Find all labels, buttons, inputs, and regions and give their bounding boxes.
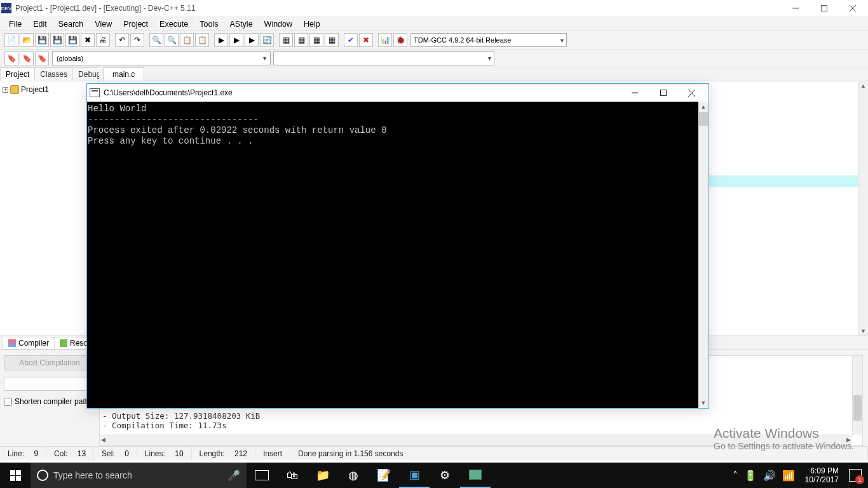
taskbar-settings-icon[interactable]: ⚙ <box>430 463 460 488</box>
scroll-down-icon[interactable]: ▼ <box>698 398 709 408</box>
menu-execute[interactable]: Execute <box>154 18 193 30</box>
taskbar-chrome-icon[interactable]: ◍ <box>338 463 369 488</box>
grid2-icon[interactable]: ▦ <box>294 33 308 47</box>
microphone-icon[interactable]: 🎤 <box>227 470 240 482</box>
toolbar-secondary: 🔖 🔖 🔖 (globals) ▾ ▾ <box>0 50 868 67</box>
taskbar-notes-icon[interactable]: 📝 <box>369 463 399 488</box>
tray-volume-icon[interactable]: 🔊 <box>763 470 776 482</box>
console-scrollbar[interactable]: ▲ ▼ <box>698 102 709 408</box>
project-panel: Project Classes Debug + Project1 <box>0 67 99 336</box>
scroll-up-icon[interactable]: ▲ <box>698 102 709 112</box>
notification-badge: 1 <box>855 475 864 484</box>
rebuild-icon[interactable]: 🔄 <box>260 33 274 47</box>
maximize-button[interactable] <box>810 1 838 15</box>
tray-clock[interactable]: 6:09 PM 10/7/2017 <box>801 466 843 484</box>
check-icon[interactable]: ✔ <box>344 33 358 47</box>
console-maximize-button[interactable] <box>649 85 677 101</box>
minimize-button[interactable] <box>781 1 810 15</box>
file-tab-main[interactable]: main.c <box>103 67 144 81</box>
project-tree[interactable]: + Project1 <box>0 81 98 336</box>
console-body[interactable]: Hello World ----------------------------… <box>87 102 709 408</box>
tray-chevron-icon[interactable]: ˄ <box>733 470 738 482</box>
grid1-icon[interactable]: ▦ <box>279 33 293 47</box>
svg-rect-1 <box>821 6 827 11</box>
tree-root[interactable]: + Project1 <box>3 84 96 95</box>
taskbar-console-icon[interactable] <box>460 463 491 488</box>
scope-selector-value: (globals) <box>57 55 83 62</box>
expand-icon[interactable]: + <box>3 87 8 93</box>
taskbar-search[interactable]: Type here to search 🎤 <box>31 463 247 488</box>
redo-icon[interactable]: ↷ <box>130 33 144 47</box>
taskbar-devcpp-icon[interactable]: ▣ <box>399 463 430 488</box>
tab-project[interactable]: Project <box>0 67 35 81</box>
menu-search[interactable]: Search <box>53 18 89 30</box>
menu-view[interactable]: View <box>90 18 117 30</box>
menu-window[interactable]: Window <box>259 18 297 30</box>
menu-astyle[interactable]: AStyle <box>224 18 257 30</box>
member-selector[interactable]: ▾ <box>273 51 494 65</box>
taskbar-store-icon[interactable]: 🛍 <box>277 463 308 488</box>
tray-battery-icon[interactable]: 🔋 <box>744 470 757 482</box>
bookmark-goto-icon[interactable]: 🔖 <box>20 51 34 65</box>
console-titlebar[interactable]: C:\Users\dell\Documents\Project1.exe <box>87 84 709 102</box>
menu-edit[interactable]: Edit <box>28 18 52 30</box>
compile-icon[interactable]: ▶ <box>214 33 228 47</box>
console-close-button[interactable] <box>677 85 706 101</box>
menu-help[interactable]: Help <box>299 18 325 30</box>
left-tabs: Project Classes Debug <box>0 67 98 81</box>
goto-icon[interactable]: 📋 <box>195 33 209 47</box>
undo-icon[interactable]: ↶ <box>115 33 129 47</box>
scope-selector[interactable]: (globals) ▾ <box>52 51 271 65</box>
menu-project[interactable]: Project <box>118 18 153 30</box>
run-icon[interactable]: ▶ <box>229 33 243 47</box>
find-in-files-icon[interactable]: 📋 <box>180 33 194 47</box>
taskbar-explorer-icon[interactable]: 📁 <box>308 463 338 488</box>
save-all-icon[interactable]: 💾 <box>50 33 64 47</box>
log-scrollbar-vertical[interactable] <box>852 356 862 435</box>
replace-icon[interactable]: 🔍 <box>165 33 179 47</box>
editor-scrollbar-vertical[interactable] <box>858 81 868 336</box>
action-center-icon[interactable]: 1 <box>849 469 862 482</box>
menubar: File Edit Search View Project Execute To… <box>0 17 868 30</box>
tree-root-label: Project1 <box>21 85 49 94</box>
find-icon[interactable]: 🔍 <box>149 33 163 47</box>
abort-compilation-button[interactable]: Abort Compilation <box>4 355 95 370</box>
status-length: Length: 212 <box>192 447 255 460</box>
status-sel: Sel: 0 <box>94 447 137 460</box>
console-window[interactable]: C:\Users\dell\Documents\Project1.exe Hel… <box>86 83 709 409</box>
bookmark-add-icon[interactable]: 🔖 <box>4 51 18 65</box>
save-icon[interactable]: 💾 <box>35 33 49 47</box>
bottom-tab-compiler[interactable]: Compiler <box>3 337 55 349</box>
window-title: Project1 - [Project1.dev] - [Executing] … <box>15 4 781 13</box>
scroll-thumb[interactable] <box>699 112 708 126</box>
tray-wifi-icon[interactable]: 📶 <box>782 470 795 482</box>
debug-icon[interactable]: 🐞 <box>393 33 407 47</box>
shorten-paths-input[interactable] <box>4 398 12 406</box>
chevron-down-icon: ▾ <box>263 55 266 62</box>
save-as-icon[interactable]: 💾 <box>65 33 79 47</box>
shorten-paths-checkbox[interactable]: Shorten compiler path <box>4 397 95 406</box>
profile-icon[interactable]: 📊 <box>378 33 392 47</box>
grid4-icon[interactable]: ▦ <box>325 33 339 47</box>
project-icon <box>10 85 19 94</box>
start-button[interactable] <box>0 463 31 488</box>
open-icon[interactable]: 📂 <box>20 33 34 47</box>
compile-run-icon[interactable]: ▶ <box>245 33 259 47</box>
console-minimize-button[interactable] <box>620 85 649 101</box>
cancel-icon[interactable]: ✖ <box>359 33 373 47</box>
close-button[interactable] <box>838 1 867 15</box>
status-col: Col: 13 <box>46 447 94 460</box>
close-file-icon[interactable]: ✖ <box>81 33 95 47</box>
tab-classes[interactable]: Classes <box>34 67 73 81</box>
taskbar: Type here to search 🎤 🛍 📁 ◍ 📝 ▣ ⚙ ˄ 🔋 🔊 … <box>0 463 868 488</box>
grid3-icon[interactable]: ▦ <box>309 33 323 47</box>
new-file-icon[interactable]: 📄 <box>4 33 18 47</box>
print-icon[interactable]: 🖨 <box>96 33 110 47</box>
menu-tools[interactable]: Tools <box>194 18 223 30</box>
compiler-selector[interactable]: TDM-GCC 4.9.2 64-bit Release ▾ <box>410 33 567 47</box>
task-view-icon[interactable] <box>247 463 277 488</box>
bookmark-list-icon[interactable]: 🔖 <box>35 51 49 65</box>
shorten-paths-label: Shorten compiler path <box>15 397 89 406</box>
menu-file[interactable]: File <box>4 18 27 30</box>
file-tabs: main.c <box>99 67 868 81</box>
